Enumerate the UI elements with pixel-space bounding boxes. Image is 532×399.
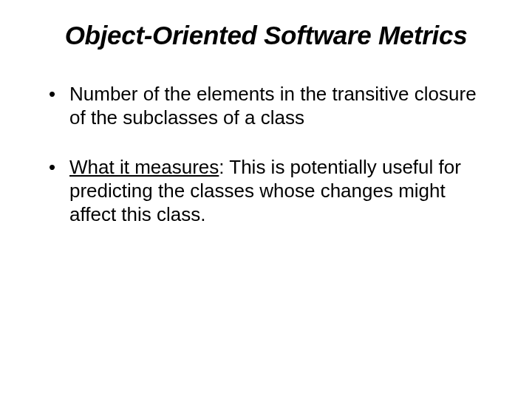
- bullet-text: Number of the elements in the transitive…: [69, 83, 477, 129]
- slide-title: Object-Oriented Software Metrics: [35, 21, 497, 50]
- bullet-prefix: What it measures: [69, 156, 219, 178]
- bullet-list: Number of the elements in the transitive…: [35, 83, 497, 227]
- list-item: Number of the elements in the transitive…: [49, 83, 497, 129]
- list-item: What it measures: This is potentially us…: [49, 156, 497, 226]
